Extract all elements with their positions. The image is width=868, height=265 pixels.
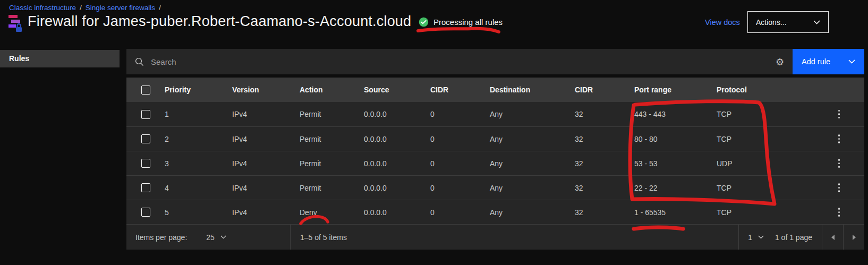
column-header-destination: Destination: [490, 86, 575, 94]
row-checkbox[interactable]: [141, 208, 150, 217]
search-input[interactable]: [151, 57, 657, 66]
row-checkbox[interactable]: [141, 110, 150, 119]
status-indicator: Processing all rules: [419, 17, 503, 27]
items-per-page-select[interactable]: [220, 235, 226, 239]
cell-cidr-2: 32: [575, 135, 634, 143]
table-toolbar: ⚙ Add rule: [126, 49, 864, 74]
table-row: 3 IPv4 Permit 0.0.0.0 0 Any 32 53 - 53 U…: [126, 151, 864, 175]
pagination-bar: Items per page: 25 1–5 of 5 items 1: [126, 224, 864, 250]
table-row: 2 IPv4 Permit 0.0.0.0 0 Any 32 80 - 80 T…: [126, 126, 864, 151]
cell-port-range: 80 - 80: [634, 135, 717, 143]
settings-gear-icon[interactable]: ⚙: [767, 49, 793, 74]
cell-priority: 1: [165, 110, 232, 118]
firewall-icon: [7, 14, 24, 33]
caret-right-icon: [853, 235, 856, 240]
firewall-rules-page: Classic infrastructure / Single server f…: [0, 0, 868, 265]
cell-port-range: 53 - 53: [634, 159, 717, 168]
cell-action: Permit: [300, 135, 364, 143]
cell-source: 0.0.0.0: [364, 159, 430, 168]
cell-port-range: 22 - 22: [634, 184, 717, 192]
cell-version: IPv4: [232, 135, 300, 143]
cell-protocol: TCP: [717, 208, 780, 217]
cell-protocol: TCP: [717, 110, 780, 118]
table-row: 1 IPv4 Permit 0.0.0.0 0 Any 32 443 - 443…: [126, 102, 864, 126]
column-header-port-range: Port range: [634, 86, 717, 94]
kebab-menu-button[interactable]: [836, 132, 843, 146]
cell-version: IPv4: [232, 208, 300, 217]
cell-cidr-2: 32: [575, 110, 634, 118]
cell-cidr-2: 32: [575, 184, 634, 192]
actions-dropdown-label: Actions...: [756, 18, 787, 27]
row-checkbox[interactable]: [141, 159, 150, 168]
sidebar-item-rules[interactable]: Rules: [0, 50, 120, 67]
cell-source: 0.0.0.0: [364, 135, 430, 143]
column-header-source: Source: [364, 86, 430, 94]
cell-destination: Any: [490, 110, 575, 118]
items-range-text: 1–5 of 5 items: [300, 233, 347, 242]
page-count-text: 1 of 1 page: [773, 233, 822, 242]
cell-destination: Any: [490, 135, 575, 143]
cell-action: Permit: [300, 110, 364, 118]
select-all-checkbox[interactable]: [141, 86, 150, 95]
cell-cidr: 0: [430, 159, 490, 168]
kebab-menu-button[interactable]: [836, 157, 843, 170]
items-per-page-label: Items per page:: [135, 233, 187, 242]
cell-port-range: 1 - 65535: [634, 208, 717, 217]
add-rule-label: Add rule: [802, 57, 830, 66]
cell-source: 0.0.0.0: [364, 184, 430, 192]
column-header-cidr: CIDR: [430, 86, 490, 94]
cell-destination: Any: [490, 159, 575, 168]
chevron-down-icon: [220, 235, 226, 239]
page-title: Firewall for James-puber.Robert-Caamano-…: [28, 13, 411, 30]
search-icon: [135, 57, 144, 66]
breadcrumb-separator: /: [80, 4, 82, 12]
rules-panel: ⚙ Add rule Priority Version Action Sourc…: [126, 49, 864, 250]
column-header-protocol: Protocol: [717, 86, 780, 94]
cell-destination: Any: [490, 208, 575, 217]
kebab-menu-button[interactable]: [836, 181, 843, 194]
rules-table: Priority Version Action Source CIDR Dest…: [126, 78, 864, 224]
row-checkbox[interactable]: [141, 183, 150, 192]
cell-priority: 2: [165, 135, 232, 143]
marker-underline-processing-all-rules: [418, 29, 499, 32]
cell-version: IPv4: [232, 184, 300, 192]
breadcrumb-classic-infrastructure[interactable]: Classic infrastructure: [9, 4, 76, 12]
table-row: 5 IPv4 Deny 0.0.0.0 0 Any 32 1 - 65535 T…: [126, 200, 864, 224]
cell-action: Deny: [300, 208, 364, 217]
cell-cidr: 0: [430, 208, 490, 217]
add-rule-button[interactable]: Add rule: [793, 49, 864, 74]
cell-cidr: 0: [430, 184, 490, 192]
previous-page-button[interactable]: [822, 225, 843, 250]
cell-priority: 4: [165, 184, 232, 192]
kebab-menu-button[interactable]: [836, 108, 843, 121]
cell-version: IPv4: [232, 159, 300, 168]
cell-cidr-2: 32: [575, 159, 634, 168]
breadcrumb-single-server-firewalls[interactable]: Single server firewalls: [86, 4, 155, 12]
view-docs-link[interactable]: View docs: [705, 18, 740, 27]
actions-dropdown[interactable]: Actions...: [747, 11, 829, 33]
cell-action: Permit: [300, 159, 364, 168]
column-header-cidr-2: CIDR: [575, 86, 634, 94]
cell-cidr-2: 32: [575, 208, 634, 217]
table-header-row: Priority Version Action Source CIDR Dest…: [126, 78, 864, 102]
cell-source: 0.0.0.0: [364, 110, 430, 118]
row-checkbox[interactable]: [141, 134, 150, 143]
cell-source: 0.0.0.0: [364, 208, 430, 217]
page-number-select[interactable]: 1: [738, 225, 773, 250]
cell-protocol: TCP: [717, 135, 780, 143]
cell-version: IPv4: [232, 110, 300, 118]
status-text: Processing all rules: [433, 18, 503, 27]
breadcrumb: Classic infrastructure / Single server f…: [9, 4, 161, 12]
cell-port-range: 443 - 443: [634, 110, 717, 118]
cell-priority: 5: [165, 208, 232, 217]
caret-left-icon: [831, 235, 835, 240]
next-page-button[interactable]: [843, 225, 864, 250]
cell-cidr: 0: [430, 110, 490, 118]
items-per-page-value[interactable]: 25: [206, 233, 215, 242]
cell-priority: 3: [165, 159, 232, 168]
search-bar[interactable]: [126, 49, 767, 74]
kebab-menu-button[interactable]: [836, 206, 843, 219]
column-header-priority: Priority: [165, 86, 232, 94]
chevron-down-icon[interactable]: [848, 59, 855, 64]
cell-destination: Any: [490, 184, 575, 192]
